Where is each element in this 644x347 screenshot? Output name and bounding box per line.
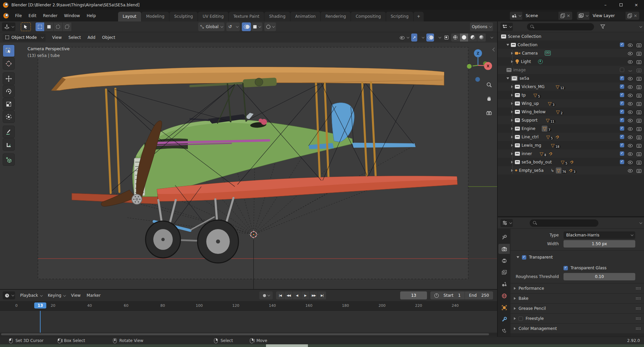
tool-rotate-button[interactable]	[3, 85, 15, 97]
outliner-row-light[interactable]: Light	[498, 57, 644, 66]
exclude-checkbox[interactable]	[620, 68, 624, 72]
end-frame-field[interactable]: End 250	[465, 291, 493, 299]
outliner-row-lewis-mg[interactable]: Lewis_mg 18	[498, 141, 644, 149]
hide-eye-icon[interactable]	[628, 93, 633, 97]
tab-animation[interactable]: Animation	[290, 12, 320, 21]
next-keyframe-button[interactable]: ▶▶	[310, 291, 318, 299]
tab-render[interactable]	[498, 244, 510, 254]
tab-output[interactable]	[498, 256, 510, 266]
outliner-row-wing-below[interactable]: Wing_below 2	[498, 108, 644, 116]
tab-tool[interactable]	[498, 232, 510, 242]
exclude-checkbox[interactable]	[620, 101, 624, 106]
section-bake[interactable]: Bake	[511, 294, 644, 303]
filter-type-dropdown[interactable]: Blackman-Harris	[564, 231, 635, 239]
tab-layout[interactable]: Layout	[118, 12, 141, 21]
shading-dropdown[interactable]	[487, 33, 494, 42]
snap-toggle-button[interactable]	[242, 22, 251, 31]
outliner-row-empty-se5a[interactable]: Empty_se5a 76 3	[498, 166, 644, 175]
timeline-scrollbar[interactable]	[0, 333, 497, 336]
menu-file[interactable]: File	[12, 12, 25, 19]
outliner-row-inner[interactable]: inner 8	[498, 149, 644, 158]
freestyle-checkbox[interactable]	[519, 317, 523, 321]
expand-open-icon[interactable]	[506, 44, 509, 46]
shading-solid-button[interactable]	[460, 33, 469, 42]
outliner-row-image[interactable]: image	[498, 66, 644, 74]
viewport-menu-select[interactable]: Select	[65, 34, 84, 41]
tab-scene[interactable]	[498, 279, 510, 289]
drag-grip-icon[interactable]	[636, 287, 641, 290]
shading-wireframe-button[interactable]	[451, 33, 460, 42]
hide-eye-icon[interactable]	[628, 160, 633, 164]
viewport-menu-add[interactable]: Add	[84, 34, 99, 41]
tab-world[interactable]	[498, 291, 510, 301]
tool-move-button[interactable]	[3, 72, 15, 85]
tab-object[interactable]	[498, 302, 510, 313]
scene-name-field[interactable]: Scene	[522, 12, 558, 20]
play-reverse-button[interactable]: ◀	[293, 291, 301, 299]
start-frame-field[interactable]: Start 1	[430, 291, 465, 299]
snap-settings-dropdown[interactable]	[251, 22, 262, 31]
width-slider[interactable]: 1.50 px	[564, 240, 635, 248]
drag-grip-icon[interactable]	[636, 327, 641, 330]
shading-rendered-button[interactable]	[477, 33, 486, 42]
hide-eye-icon[interactable]	[628, 135, 633, 139]
play-button[interactable]: ▶	[301, 291, 310, 299]
shading-material-button[interactable]	[469, 33, 477, 42]
new-view-layer-icon[interactable]	[628, 13, 632, 18]
tool-add-cube-button[interactable]	[3, 153, 15, 166]
auto-keying-button[interactable]	[259, 291, 273, 299]
timeline-ruler[interactable]: 0 20 40 60 80 100 120 140 160 180 200 22…	[0, 301, 497, 311]
section-performance[interactable]: Performance	[511, 284, 644, 293]
section-color-management[interactable]: Color Management	[511, 324, 644, 333]
outliner-row-se5a-body-out[interactable]: se5a_body_out 5	[498, 158, 644, 166]
add-workspace-button[interactable]: +	[414, 12, 424, 21]
exclude-checkbox[interactable]	[620, 151, 624, 156]
view-layer-browse-button[interactable]	[577, 12, 589, 20]
maximize-button[interactable]	[613, 0, 629, 10]
roughness-threshold-slider[interactable]: 0.10	[564, 273, 635, 280]
render-camera-icon[interactable]	[636, 101, 641, 106]
section-grease-pencil[interactable]: Grease Pencil	[511, 304, 644, 313]
menu-help[interactable]: Help	[83, 12, 99, 19]
tab-texture-paint[interactable]: Texture Paint	[229, 12, 264, 21]
exclude-checkbox[interactable]	[620, 126, 624, 131]
axis-y-ball[interactable]	[467, 64, 472, 69]
tab-modifiers[interactable]	[498, 314, 510, 324]
select-mode-lasso-button[interactable]	[63, 22, 72, 31]
render-camera-icon[interactable]	[636, 110, 641, 114]
options-dropdown[interactable]: Options	[470, 22, 493, 31]
filter-funnel-icon[interactable]	[600, 24, 605, 29]
mode-dropdown[interactable]: Object Mode	[3, 33, 46, 42]
tab-view-layer[interactable]	[498, 267, 510, 277]
minimize-button[interactable]: –	[598, 0, 613, 10]
timeline-menu-marker[interactable]: Marker	[84, 292, 103, 299]
properties-search-input[interactable]	[530, 219, 598, 227]
hide-eye-icon[interactable]	[628, 143, 633, 148]
outliner-row-se5a[interactable]: se5a	[498, 74, 644, 82]
render-camera-icon[interactable]	[636, 43, 641, 47]
timeline-editor-type-button[interactable]	[3, 291, 15, 299]
render-camera-icon[interactable]	[636, 59, 641, 64]
timeline-track-area[interactable]	[0, 311, 497, 333]
render-camera-icon[interactable]	[636, 76, 641, 81]
active-tool-indicator[interactable]	[21, 22, 31, 31]
tool-select-box-button[interactable]	[3, 45, 15, 57]
select-mode-box-button[interactable]	[45, 22, 54, 31]
exclude-checkbox[interactable]	[620, 110, 624, 114]
view-layer-name-field[interactable]: View Layer	[589, 12, 626, 20]
outliner-editor-type-button[interactable]	[500, 23, 513, 31]
properties-editor-type-button[interactable]	[500, 219, 513, 227]
hide-eye-icon[interactable]	[628, 110, 633, 114]
render-camera-icon[interactable]	[636, 151, 641, 156]
select-mode-tweak-button[interactable]	[36, 22, 45, 31]
editor-type-button[interactable]	[2, 22, 15, 31]
tool-transform-button[interactable]	[3, 111, 15, 123]
exclude-checkbox[interactable]	[620, 43, 624, 47]
exclude-checkbox[interactable]	[620, 160, 624, 164]
tab-rendering[interactable]: Rendering	[321, 12, 351, 21]
exclude-checkbox[interactable]	[620, 93, 624, 97]
render-camera-icon[interactable]	[636, 68, 641, 72]
timeline-menu-keying[interactable]: Keying	[45, 292, 68, 299]
tab-sculpting[interactable]: Sculpting	[169, 12, 198, 21]
viewport-canvas[interactable]: Z X	[0, 43, 497, 289]
